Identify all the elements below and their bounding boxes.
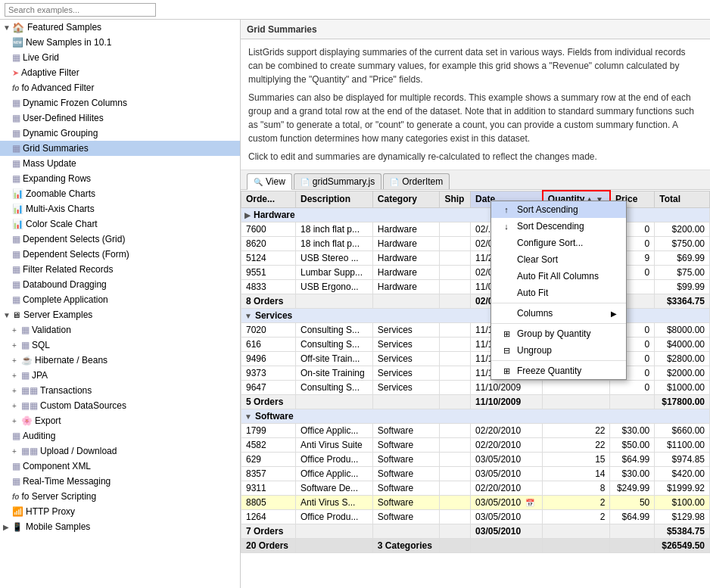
sidebar-item-databound-dragging[interactable]: ▦Databound Dragging (0, 277, 240, 292)
cell-total[interactable]: $100.00 (655, 496, 710, 510)
col-header-order[interactable]: Orde... (241, 191, 296, 207)
cell-quantity[interactable]: 8 (543, 481, 610, 496)
cell-description[interactable]: 18 inch flat p... (295, 222, 372, 237)
cell-quantity[interactable]: 22 (543, 424, 610, 438)
cell-ship[interactable] (440, 481, 471, 496)
cell-category[interactable]: Software (372, 453, 440, 467)
cell-category[interactable]: Software (372, 496, 440, 510)
sidebar-item-validation[interactable]: +▦Validation (0, 322, 240, 338)
cell-ship[interactable] (440, 510, 471, 524)
menu-item-sort-descending[interactable]: ↓Sort Descending (491, 218, 626, 235)
cell-total[interactable]: $99.99 (655, 280, 710, 294)
cell-order[interactable]: 9496 (241, 352, 296, 366)
sidebar-item-component-xml[interactable]: ▦Component XML (0, 459, 240, 474)
sidebar-item-transactions[interactable]: +▦▦Transactions (0, 383, 240, 398)
calendar-icon[interactable]: 📅 (525, 499, 534, 507)
cell-order[interactable]: 1264 (241, 510, 296, 524)
cell-category[interactable]: Hardware (372, 266, 440, 280)
cell-ship[interactable] (440, 266, 471, 280)
cell-category[interactable]: Services (372, 338, 440, 352)
cell-description[interactable]: 18 inch flat p... (295, 237, 372, 251)
sidebar-item-export[interactable]: +🌸Export (0, 413, 240, 428)
sidebar-item-grid-summaries[interactable]: ▦Grid Summaries (0, 141, 240, 156)
cell-date[interactable]: 03/05/2010 (471, 467, 543, 481)
group-collapse-software[interactable]: ▼ (244, 412, 252, 421)
col-header-ship[interactable]: Ship (440, 191, 471, 207)
cell-total[interactable]: $1999.92 (655, 481, 710, 496)
cell-category[interactable]: Software (372, 467, 440, 481)
cell-ship[interactable] (440, 237, 471, 251)
cell-order[interactable]: 7600 (241, 222, 296, 237)
cell-order[interactable]: 8357 (241, 467, 296, 481)
cell-category[interactable]: Hardware (372, 222, 440, 237)
cell-category[interactable]: Services (372, 323, 440, 338)
cell-category[interactable]: Software (372, 424, 440, 438)
cell-total[interactable]: $1000.00 (655, 381, 710, 395)
cell-description[interactable]: Off-site Train... (295, 352, 372, 366)
sidebar-item-live-grid[interactable]: ▦Live Grid (0, 50, 240, 65)
cell-total[interactable]: $974.85 (655, 453, 710, 467)
sidebar-item-sql[interactable]: +▦SQL (0, 338, 240, 353)
menu-item-configure-sort...[interactable]: Configure Sort... (491, 235, 626, 251)
cell-total[interactable]: $200.00 (655, 222, 710, 237)
cell-total[interactable]: $750.00 (655, 237, 710, 251)
cell-order[interactable]: 5124 (241, 251, 296, 266)
sidebar-item-upload-download[interactable]: +▦▦Upload / Download (0, 443, 240, 459)
cell-description[interactable]: Office Applic... (295, 467, 372, 481)
cell-order[interactable]: 1799 (241, 424, 296, 438)
cell-order[interactable]: 9311 (241, 481, 296, 496)
cell-category[interactable]: Services (372, 381, 440, 395)
cell-description[interactable]: Office Applic... (295, 424, 372, 438)
grid-container[interactable]: Orde...DescriptionCategoryShipDateQuanti… (241, 190, 710, 588)
tab-OrderItem[interactable]: 📄OrderItem (383, 173, 450, 189)
cell-quantity[interactable]: 14 (543, 467, 610, 481)
menu-item-group-by-quantity[interactable]: ⊞Group by Quantity (491, 325, 626, 342)
cell-price[interactable]: 0 (610, 381, 655, 395)
cell-order[interactable]: 629 (241, 453, 296, 467)
cell-category[interactable]: Services (372, 352, 440, 366)
cell-ship[interactable] (440, 453, 471, 467)
sidebar-item-filter-related-records[interactable]: ▦Filter Related Records (0, 262, 240, 277)
cell-description[interactable]: Office Produ... (295, 453, 372, 467)
sidebar-item-color-scale-chart[interactable]: 📊Color Scale Chart (0, 216, 240, 232)
cell-total[interactable]: $4000.00 (655, 338, 710, 352)
cell-order[interactable]: 8805 (241, 496, 296, 510)
cell-order[interactable]: 4582 (241, 438, 296, 453)
sidebar-item-jpa[interactable]: +▦JPA (0, 368, 240, 383)
cell-category[interactable]: Software (372, 438, 440, 453)
col-header-description[interactable]: Description (295, 191, 372, 207)
cell-ship[interactable] (440, 251, 471, 266)
group-collapse-hardware[interactable]: ▶ (244, 211, 251, 219)
sidebar-item-dependent-selects-(form)[interactable]: ▦Dependent Selects (Form) (0, 247, 240, 262)
sidebar-section-featured[interactable]: ▼🏠Featured Samples (0, 20, 240, 35)
cell-date[interactable]: 03/05/2010 (471, 453, 543, 467)
sidebar-item-custom-datasources[interactable]: +▦▦Custom DataSources (0, 398, 240, 413)
cell-total[interactable]: $69.99 (655, 251, 710, 266)
sidebar-item-dynamic-frozen-columns[interactable]: ▦Dynamic Frozen Columns (0, 95, 240, 110)
cell-order[interactable]: 9647 (241, 381, 296, 395)
cell-description[interactable]: Lumbar Supp... (295, 266, 372, 280)
col-header-category[interactable]: Category (372, 191, 440, 207)
cell-category[interactable]: Services (372, 366, 440, 381)
cell-quantity[interactable]: 22 (543, 438, 610, 453)
cell-category[interactable]: Hardware (372, 280, 440, 294)
sidebar-section-mobile[interactable]: ▶📱Mobile Samples (0, 519, 240, 534)
cell-total[interactable]: $129.98 (655, 510, 710, 524)
sidebar-item-http-proxy[interactable]: 📶HTTP Proxy (0, 504, 240, 519)
cell-ship[interactable] (440, 424, 471, 438)
sidebar-item-dynamic-grouping[interactable]: ▦Dynamic Grouping (0, 126, 240, 141)
sidebar-item-multi-axis-charts[interactable]: 📊Multi-Axis Charts (0, 201, 240, 216)
cell-ship[interactable] (440, 352, 471, 366)
cell-total[interactable]: $660.00 (655, 424, 710, 438)
cell-total[interactable]: $2800.00 (655, 352, 710, 366)
cell-description[interactable]: Consulting S... (295, 323, 372, 338)
cell-total[interactable]: $2000.00 (655, 366, 710, 381)
cell-price[interactable]: $50.00 (610, 438, 655, 453)
cell-date[interactable]: 02/20/2010 (471, 438, 543, 453)
tab-gridSummary-js[interactable]: 📄gridSummary.js (294, 173, 381, 189)
cell-total[interactable]: $1100.00 (655, 438, 710, 453)
menu-item-freeze-quantity[interactable]: ⊞Freeze Quantity (491, 362, 626, 379)
sidebar-section-server[interactable]: ▼🖥Server Examples (0, 307, 240, 322)
sidebar-item-user-defined-hilites[interactable]: ▦User-Defined Hilites (0, 110, 240, 126)
cell-category[interactable]: Hardware (372, 251, 440, 266)
